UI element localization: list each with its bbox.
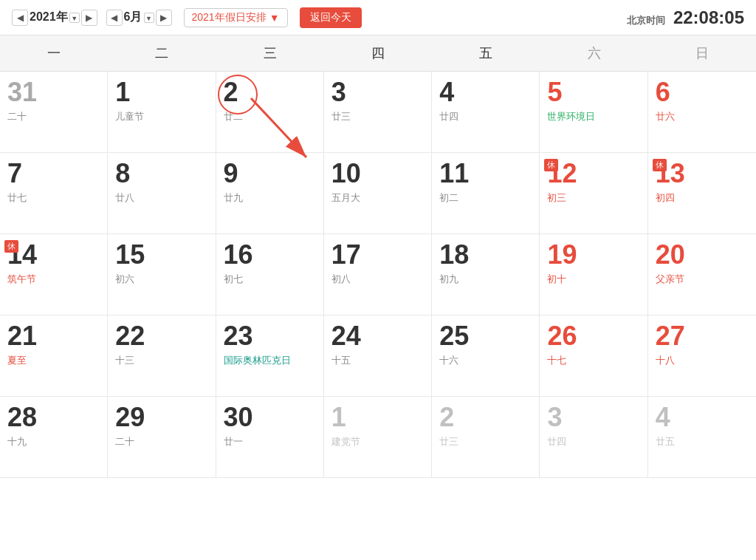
day-cell[interactable]: 22十三: [108, 315, 216, 397]
lunar-label: 廿七: [7, 191, 100, 205]
day-number: 31: [7, 78, 100, 107]
return-today-button[interactable]: 返回今天: [300, 7, 362, 28]
day-cell[interactable]: 20父亲节: [648, 234, 756, 315]
lunar-label: 廿四: [439, 110, 532, 123]
day-number: 12: [547, 159, 639, 188]
weekday-sun: 日: [648, 35, 756, 71]
day-cell[interactable]: 3廿三: [324, 72, 432, 153]
lunar-label: 父亲节: [656, 273, 749, 286]
day-cell[interactable]: 24十五: [324, 315, 432, 397]
weekday-mon: 一: [0, 35, 108, 71]
prev-month-button[interactable]: ◀: [106, 10, 123, 26]
day-cell[interactable]: 3廿四: [540, 397, 647, 478]
day-cell[interactable]: 1儿童节: [108, 72, 216, 153]
day-number: 18: [439, 240, 532, 270]
day-number: 20: [656, 240, 749, 270]
day-cell[interactable]: 休12初三: [540, 153, 647, 234]
day-number: 3: [547, 403, 639, 432]
calendar-header: ◀ 2021年 ▼ ▶ ◀ 6月 ▼ ▶ 2021年假日安排 ▼ 返回今天 北京…: [0, 0, 756, 35]
year-dropdown-button[interactable]: ▼: [69, 13, 80, 23]
day-cell[interactable]: 19初十: [540, 234, 647, 315]
day-cell[interactable]: 30廿一: [216, 397, 324, 478]
lunar-label: 二十: [7, 110, 100, 123]
lunar-label: 初三: [547, 191, 639, 205]
day-cell[interactable]: 21夏至: [0, 315, 108, 397]
weekday-headers: 一 二 三 四 五 六 日: [0, 35, 756, 72]
day-cell[interactable]: 28十九: [0, 397, 108, 478]
year-navigation: ◀ 2021年 ▼ ▶: [12, 10, 97, 26]
day-number: 11: [439, 159, 532, 188]
day-cell[interactable]: 26十七: [540, 315, 647, 397]
lunar-label: 廿三: [331, 110, 424, 123]
lunar-label: 世界环境日: [547, 110, 639, 123]
day-number: 3: [331, 78, 424, 107]
lunar-label: 建党节: [331, 435, 424, 448]
weekday-fri: 五: [432, 35, 540, 71]
day-number: 7: [7, 159, 100, 188]
day-cell[interactable]: 1建党节: [324, 397, 432, 478]
next-month-button[interactable]: ▶: [156, 10, 172, 26]
clock-display: 北京时间 22:08:05: [627, 7, 744, 28]
day-cell[interactable]: 5世界环境日: [540, 72, 647, 153]
holiday-button[interactable]: 2021年假日安排 ▼: [184, 8, 288, 27]
lunar-label: 筑午节: [7, 273, 100, 286]
day-cell[interactable]: 4廿四: [432, 72, 540, 153]
holiday-tag: 休: [653, 159, 667, 171]
lunar-label: 廿六: [656, 110, 749, 123]
lunar-label: 十七: [547, 354, 639, 367]
day-number: 5: [547, 78, 639, 107]
day-cell[interactable]: 25十六: [432, 315, 540, 397]
clock-label: 北京时间: [627, 15, 665, 26]
day-cell[interactable]: 17初八: [324, 234, 432, 315]
calendar-body: 一 二 三 四 五 六 日 31二十1儿童节2廿二3廿三4廿四5世界环境日6廿六…: [0, 35, 756, 478]
day-number: 25: [439, 321, 532, 351]
lunar-label: 二十: [115, 435, 207, 448]
day-number: 23: [224, 321, 316, 351]
day-cell[interactable]: 15初六: [108, 234, 216, 315]
day-cell[interactable]: 7廿七: [0, 153, 108, 234]
day-number: 13: [656, 159, 749, 188]
lunar-label: 初九: [439, 273, 532, 286]
day-cell[interactable]: 2廿三: [432, 397, 540, 478]
day-cell[interactable]: 2廿二: [216, 72, 324, 153]
day-cell[interactable]: 18初九: [432, 234, 540, 315]
lunar-label: 十三: [115, 354, 207, 367]
app-container: ◀ 2021年 ▼ ▶ ◀ 6月 ▼ ▶ 2021年假日安排 ▼ 返回今天 北京…: [0, 0, 756, 478]
day-number: 28: [7, 403, 100, 432]
clock-time: 22:08:05: [673, 7, 744, 27]
lunar-label: 十九: [7, 435, 100, 448]
month-dropdown-button[interactable]: ▼: [144, 13, 154, 23]
day-cell[interactable]: 6廿六: [648, 72, 756, 153]
next-year-button[interactable]: ▶: [81, 10, 97, 26]
day-cell[interactable]: 4廿五: [648, 397, 756, 478]
lunar-label: 五月大: [331, 191, 424, 205]
day-cell[interactable]: 27十八: [648, 315, 756, 397]
lunar-label: 初四: [656, 191, 749, 205]
lunar-label: 廿二: [224, 110, 316, 123]
day-number: 4: [439, 78, 532, 107]
day-cell[interactable]: 29二十: [108, 397, 216, 478]
day-cell[interactable]: 休13初四: [648, 153, 756, 234]
lunar-label: 国际奥林匹克日: [224, 354, 316, 367]
day-number: 1: [115, 78, 207, 107]
day-cell[interactable]: 10五月大: [324, 153, 432, 234]
day-number: 8: [115, 159, 207, 188]
weekday-sat: 六: [540, 35, 647, 71]
day-number: 16: [224, 240, 316, 270]
day-cell[interactable]: 休14筑午节: [0, 234, 108, 315]
day-cell[interactable]: 8廿八: [108, 153, 216, 234]
prev-year-button[interactable]: ◀: [12, 10, 28, 26]
day-cell[interactable]: 31二十: [0, 72, 108, 153]
day-cell[interactable]: 11初二: [432, 153, 540, 234]
day-cell[interactable]: 9廿九: [216, 153, 324, 234]
lunar-label: 十六: [439, 354, 532, 367]
day-number: 19: [547, 240, 639, 270]
day-number: 21: [7, 321, 100, 351]
lunar-label: 夏至: [7, 354, 100, 367]
lunar-label: 初十: [547, 273, 639, 286]
day-cell[interactable]: 16初七: [216, 234, 324, 315]
holiday-tag: 休: [4, 240, 18, 253]
lunar-label: 初八: [331, 273, 424, 286]
lunar-label: 廿九: [224, 191, 316, 205]
day-cell[interactable]: 23国际奥林匹克日: [216, 315, 324, 397]
